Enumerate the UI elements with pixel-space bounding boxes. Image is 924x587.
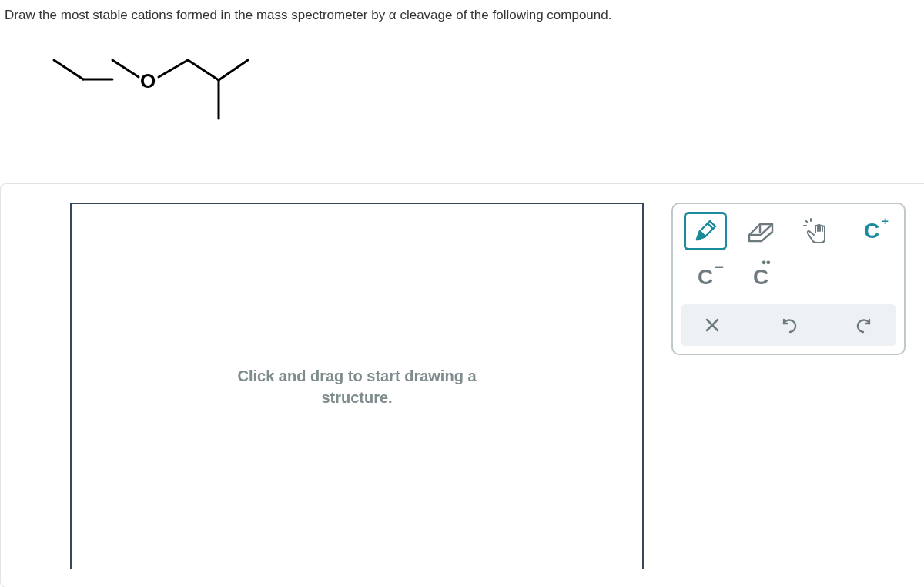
- hand-icon: [803, 218, 829, 244]
- svg-line-3: [159, 60, 188, 77]
- drawing-canvas[interactable]: Click and drag to start drawing a struct…: [70, 203, 644, 569]
- tool-row-1: C+: [681, 212, 896, 250]
- toolbox: C+ C− C●●: [671, 203, 906, 355]
- clear-button[interactable]: [685, 310, 739, 340]
- carbanion-tool[interactable]: C−: [684, 258, 727, 297]
- oxygen-label: O: [140, 69, 156, 92]
- workspace: Click and drag to start drawing a struct…: [0, 183, 924, 587]
- pencil-icon: [692, 218, 718, 244]
- action-row: [681, 304, 896, 346]
- eraser-icon: [746, 220, 775, 243]
- redo-button[interactable]: [838, 310, 892, 340]
- svg-line-0: [54, 60, 83, 79]
- undo-icon: [779, 316, 798, 334]
- c-minus-icon: C−: [698, 265, 713, 290]
- svg-line-5: [219, 60, 248, 80]
- c-lonepair-icon: C●●: [753, 265, 768, 290]
- tool-row-2: C− C●●: [681, 258, 896, 297]
- lonepair-tool[interactable]: C●●: [739, 258, 782, 297]
- c-plus-icon: C+: [864, 219, 879, 243]
- question-text: Draw the most stable cations formed in t…: [0, 0, 924, 37]
- redo-icon: [855, 316, 874, 334]
- carbocation-tool[interactable]: C+: [850, 212, 893, 250]
- svg-line-4: [188, 60, 219, 80]
- close-icon: [705, 317, 720, 333]
- pencil-tool[interactable]: [684, 212, 727, 250]
- svg-line-2: [112, 60, 139, 77]
- canvas-placeholder: Click and drag to start drawing a struct…: [211, 365, 504, 408]
- eraser-tool[interactable]: [739, 212, 782, 250]
- undo-button[interactable]: [762, 310, 815, 340]
- compound-structure: O: [46, 45, 924, 156]
- hand-tool[interactable]: [795, 212, 838, 250]
